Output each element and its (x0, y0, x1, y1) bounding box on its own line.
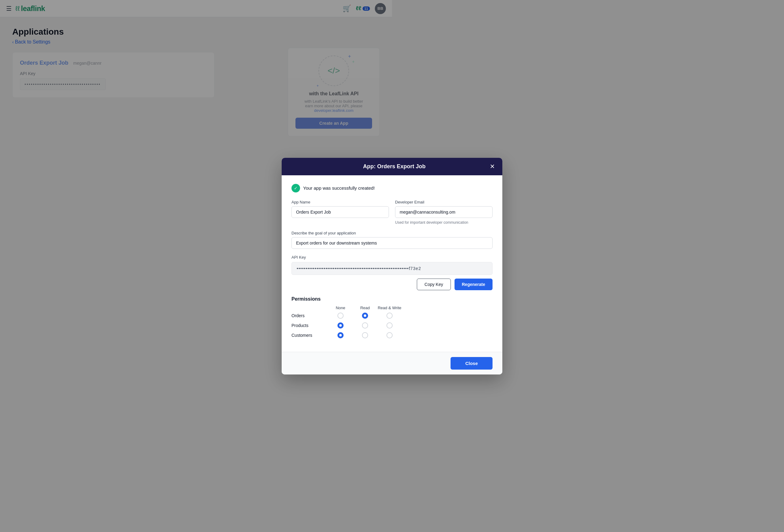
api-key-label: API Key (291, 255, 392, 259)
api-key-display: ••••••••••••••••••••••••••••••••••••••••… (291, 262, 392, 266)
api-key-section: API Key ••••••••••••••••••••••••••••••••… (291, 255, 392, 266)
goal-input[interactable] (291, 237, 392, 249)
modal-overlay: App: Orders Export Job ✕ ✓ Your app was … (0, 0, 392, 266)
success-text: Your app was successfully created! (303, 186, 375, 191)
modal-header: App: Orders Export Job ✕ (282, 158, 392, 175)
success-check-icon: ✓ (291, 184, 300, 192)
success-banner: ✓ Your app was successfully created! (291, 184, 392, 192)
modal: App: Orders Export Job ✕ ✓ Your app was … (282, 158, 392, 266)
form-row-app-email: App Name Developer Email Used for import… (291, 200, 392, 225)
modal-body: ✓ Your app was successfully created! App… (282, 175, 392, 266)
app-name-input[interactable] (291, 206, 389, 218)
form-group-goal: Describe the goal of your application (291, 231, 392, 249)
goal-label: Describe the goal of your application (291, 231, 392, 235)
modal-title: App: Orders Export Job (299, 163, 392, 170)
app-name-label: App Name (291, 200, 389, 204)
form-group-app-name: App Name (291, 200, 389, 225)
